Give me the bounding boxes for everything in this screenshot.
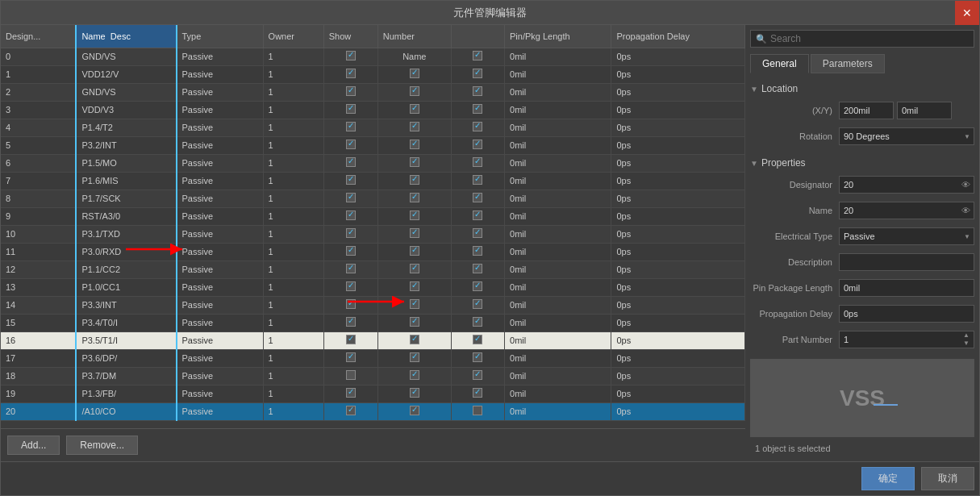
table-row[interactable]: 6P1.5/MOPassive10mil0ps [1,154,745,172]
description-input[interactable] [839,253,974,271]
tab-general[interactable]: General [750,54,809,73]
electrical-type-dropdown[interactable]: Passive [839,227,974,245]
table-row[interactable]: 4P1.4/T2Passive10mil0ps [1,119,745,136]
checkbox-icon[interactable] [346,140,356,149]
checkbox-icon[interactable] [410,335,419,344]
checkbox-icon[interactable] [473,51,482,60]
eye-icon-1[interactable]: 👁 [961,180,970,190]
checkbox-icon[interactable] [346,281,356,291]
checkbox-icon[interactable] [410,193,419,202]
table-row[interactable]: 16P3.5/T1/IPassive10mil0ps [1,331,745,349]
table-row[interactable]: 15P3.4/T0/IPassive10mil0ps [1,314,745,331]
checkbox-icon[interactable] [410,157,419,167]
checkbox-icon[interactable] [346,228,356,238]
table-row[interactable]: 10P3.1/TXDPassive10mil0ps [1,225,745,243]
checkbox-icon[interactable] [473,175,482,185]
checkbox-icon[interactable] [473,317,482,327]
table-row[interactable]: 1VDD12/VPassive10mil0ps [1,65,745,83]
checkbox-icon[interactable] [410,281,419,291]
part-number-input[interactable]: 1 ▲ ▼ [839,331,974,348]
checkbox-icon[interactable] [410,352,419,362]
checkbox-icon[interactable] [346,299,356,309]
checkbox-icon[interactable] [346,193,356,202]
checkbox-icon[interactable] [410,264,419,273]
checkbox-icon[interactable] [410,210,419,220]
checkbox-icon[interactable] [346,246,356,256]
search-input[interactable] [770,33,969,44]
part-number-spinner[interactable]: ▲ ▼ [963,331,970,347]
checkbox-icon[interactable] [410,299,419,309]
tab-parameters[interactable]: Parameters [811,54,885,73]
checkbox-icon[interactable] [410,175,419,185]
table-row[interactable]: 0GND/VSPassive1Name0mil0ps [1,48,745,65]
close-button[interactable]: ✕ [955,1,979,25]
checkbox-icon[interactable] [473,388,482,398]
table-row[interactable]: 17P3.6/DP/Passive10mil0ps [1,349,745,367]
checkbox-icon[interactable] [346,86,356,96]
checkbox-icon[interactable] [410,122,419,131]
checkbox-icon[interactable] [346,370,356,380]
checkbox-icon[interactable] [473,104,482,114]
table-row[interactable]: 2GND/VSPassive10mil0ps [1,83,745,101]
checkbox-icon[interactable] [410,140,419,149]
checkbox-icon[interactable] [346,157,356,167]
checkbox-icon[interactable] [410,86,419,96]
checkbox-icon[interactable] [473,281,482,291]
checkbox-icon[interactable] [346,104,356,114]
remove-button[interactable]: Remove... [66,436,138,455]
checkbox-icon[interactable] [473,86,482,96]
rotation-dropdown[interactable]: 90 Degrees [839,127,974,145]
checkbox-icon[interactable] [410,104,419,114]
checkbox-icon[interactable] [473,299,482,309]
checkbox-icon[interactable] [410,228,419,238]
checkbox-icon[interactable] [473,193,482,202]
table-row[interactable]: 13P1.0/CC1Passive10mil0ps [1,278,745,296]
table-row[interactable]: 9RST/A3/0Passive10mil0ps [1,207,745,225]
spin-down-icon[interactable]: ▼ [963,340,970,348]
checkbox-icon[interactable] [473,406,482,415]
checkbox-icon[interactable] [473,69,482,78]
checkbox-icon[interactable] [473,335,482,344]
checkbox-icon[interactable] [346,210,356,220]
propagation-delay-input[interactable]: 0ps [839,305,974,323]
table-row[interactable]: 3VDD/V3Passive10mil0ps [1,101,745,119]
checkbox-icon[interactable] [346,69,356,78]
x-value-box[interactable]: 200mil [839,102,894,119]
designator-input[interactable]: 20 👁 [839,176,974,194]
checkbox-icon[interactable] [410,69,419,78]
checkbox-icon[interactable] [473,140,482,149]
checkbox-icon[interactable] [346,122,356,131]
cancel-button[interactable]: 取消 [921,467,974,490]
checkbox-icon[interactable] [473,370,482,380]
pin-package-input[interactable]: 0mil [839,279,974,297]
checkbox-icon[interactable] [410,246,419,256]
checkbox-icon[interactable] [346,406,356,415]
table-row[interactable]: 11P3.0/RXDPassive10mil0ps [1,243,745,261]
pin-table-container[interactable]: Design... Name Desc Type Owner Show Numb… [1,25,745,421]
checkbox-icon[interactable] [473,210,482,220]
checkbox-icon[interactable] [410,317,419,327]
table-row[interactable]: 12P1.1/CC2Passive10mil0ps [1,261,745,278]
checkbox-icon[interactable] [346,352,356,362]
add-button[interactable]: Add... [7,436,60,455]
checkbox-icon[interactable] [346,264,356,273]
checkbox-icon[interactable] [473,264,482,273]
table-row[interactable]: 19P1.3/FB/Passive10mil0ps [1,385,745,402]
checkbox-icon[interactable] [473,352,482,362]
confirm-button[interactable]: 确定 [861,467,915,490]
checkbox-icon[interactable] [410,388,419,398]
checkbox-icon[interactable] [473,122,482,131]
search-box[interactable]: 🔍 [750,30,974,48]
table-row[interactable]: 20/A10/COPassive10mil0ps [1,402,745,420]
checkbox-icon[interactable] [410,370,419,380]
checkbox-icon[interactable] [473,246,482,256]
table-row[interactable]: 18P3.7/DMPassive10mil0ps [1,367,745,385]
table-row[interactable]: 5P3.2/INTPassive10mil0ps [1,136,745,154]
table-row[interactable]: 8P1.7/SCKPassive10mil0ps [1,190,745,207]
checkbox-icon[interactable] [346,51,356,60]
checkbox-icon[interactable] [346,317,356,327]
spin-up-icon[interactable]: ▲ [963,331,970,340]
checkbox-icon[interactable] [473,157,482,167]
checkbox-icon[interactable] [473,228,482,238]
checkbox-icon[interactable] [346,388,356,398]
